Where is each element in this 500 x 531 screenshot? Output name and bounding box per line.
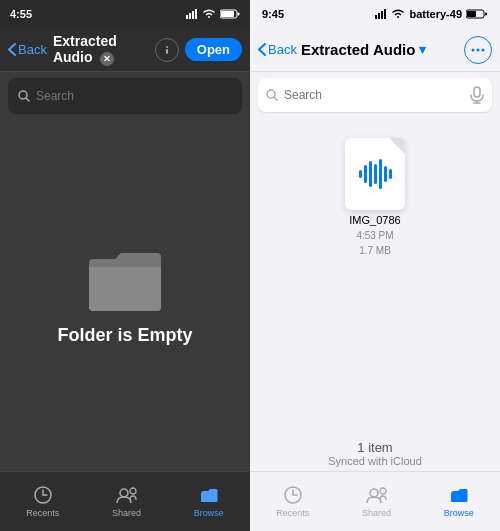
left-tab-shared[interactable]: Shared xyxy=(112,485,141,518)
svg-rect-14 xyxy=(375,15,377,19)
wifi-icon xyxy=(202,9,216,19)
svg-point-13 xyxy=(130,488,136,494)
right-tab-recents[interactable]: Recents xyxy=(276,485,309,518)
left-status-icons xyxy=(186,9,240,19)
browse-icon-left xyxy=(197,485,221,505)
back-chevron-icon-right xyxy=(258,43,266,56)
audio-file-item[interactable]: IMG_0786 4:53 PM 1.7 MB xyxy=(335,138,415,256)
left-search-bar[interactable] xyxy=(8,78,242,114)
title-chevron-icon: ▾ xyxy=(419,42,426,57)
recents-icon-right xyxy=(281,485,305,505)
svg-rect-1 xyxy=(189,13,191,19)
right-back-label: Back xyxy=(268,42,297,57)
item-count: 1 item xyxy=(357,440,392,455)
svg-point-31 xyxy=(380,488,386,494)
svg-rect-20 xyxy=(485,13,487,16)
left-status-bar: 4:55 xyxy=(0,0,250,28)
left-info-button[interactable] xyxy=(155,38,179,62)
wifi-icon-right xyxy=(391,9,405,19)
shared-icon-right xyxy=(365,485,389,505)
back-chevron-icon xyxy=(8,43,16,56)
folder-empty-text: Folder is Empty xyxy=(57,325,192,346)
svg-point-23 xyxy=(482,48,485,51)
right-search-bar[interactable] xyxy=(258,78,492,112)
left-open-button[interactable]: Open xyxy=(185,38,242,61)
svg-point-30 xyxy=(370,489,378,497)
folder-empty-svg xyxy=(85,245,165,315)
right-header: Back Extracted Audio ▾ xyxy=(250,28,500,72)
svg-rect-26 xyxy=(474,87,480,97)
svg-rect-5 xyxy=(221,11,234,17)
right-time: 9:45 xyxy=(262,8,375,20)
svg-rect-16 xyxy=(381,11,383,19)
left-title: Extracted Audio ✕ xyxy=(53,33,149,66)
right-panel: 9:45 battery-49 xyxy=(250,0,500,531)
browse-icon-right xyxy=(447,485,471,505)
left-content: Folder is Empty xyxy=(0,120,250,471)
more-icon xyxy=(470,42,486,58)
audio-file-size: 1.7 MB xyxy=(359,245,391,256)
svg-rect-2 xyxy=(192,11,194,19)
svg-point-22 xyxy=(477,48,480,51)
microphone-icon xyxy=(470,86,484,104)
svg-rect-0 xyxy=(186,15,188,19)
svg-line-25 xyxy=(274,97,277,100)
right-search-input[interactable] xyxy=(284,88,464,102)
svg-rect-3 xyxy=(195,9,197,19)
battery-icon-right xyxy=(466,9,488,19)
svg-rect-15 xyxy=(378,13,380,19)
search-icon-right xyxy=(266,89,278,101)
audio-file-icon xyxy=(345,138,405,210)
right-tab-browse[interactable]: Browse xyxy=(444,485,474,518)
svg-rect-8 xyxy=(166,49,168,54)
svg-point-7 xyxy=(166,46,168,48)
left-back-button[interactable]: Back xyxy=(8,42,47,57)
right-status-icons: battery-49 xyxy=(375,8,488,20)
recents-icon xyxy=(31,485,55,505)
left-tab-recents[interactable]: Recents xyxy=(26,485,59,518)
right-bottom-bar: Recents Shared Browse xyxy=(250,471,500,531)
sync-text: Synced with iCloud xyxy=(328,455,422,467)
audio-wave xyxy=(359,158,392,190)
svg-point-12 xyxy=(120,489,128,497)
left-bottom-bar: Recents Shared Browse xyxy=(0,471,250,531)
right-status-bar: 9:45 battery-49 xyxy=(250,0,500,28)
svg-rect-19 xyxy=(467,11,476,17)
battery-icon-left xyxy=(220,9,240,19)
right-back-button[interactable]: Back xyxy=(258,42,297,57)
left-tab-browse[interactable]: Browse xyxy=(194,485,224,518)
svg-rect-17 xyxy=(384,9,386,19)
left-panel: 4:55 Back xyxy=(0,0,250,531)
signal-icon-right xyxy=(375,9,387,19)
right-title: Extracted Audio ▾ xyxy=(301,41,460,58)
left-time: 4:55 xyxy=(10,8,186,20)
close-title-button[interactable]: ✕ xyxy=(100,52,114,66)
info-icon xyxy=(159,42,175,58)
right-more-button[interactable] xyxy=(464,36,492,64)
empty-folder-icon xyxy=(85,245,165,315)
audio-file-time: 4:53 PM xyxy=(356,230,393,241)
signal-icon xyxy=(186,9,198,19)
battery-label-right: battery-49 xyxy=(409,8,462,20)
left-header: Back Extracted Audio ✕ Open xyxy=(0,28,250,72)
audio-file-name: IMG_0786 xyxy=(349,214,400,226)
shared-icon xyxy=(115,485,139,505)
left-search-input[interactable] xyxy=(36,89,232,103)
right-tab-shared[interactable]: Shared xyxy=(362,485,391,518)
svg-point-21 xyxy=(472,48,475,51)
svg-line-10 xyxy=(26,98,29,101)
right-content: IMG_0786 4:53 PM 1.7 MB xyxy=(250,118,500,432)
left-back-label: Back xyxy=(18,42,47,57)
search-icon-left xyxy=(18,90,30,102)
svg-rect-6 xyxy=(238,13,240,16)
right-footer: 1 item Synced with iCloud xyxy=(250,432,500,471)
